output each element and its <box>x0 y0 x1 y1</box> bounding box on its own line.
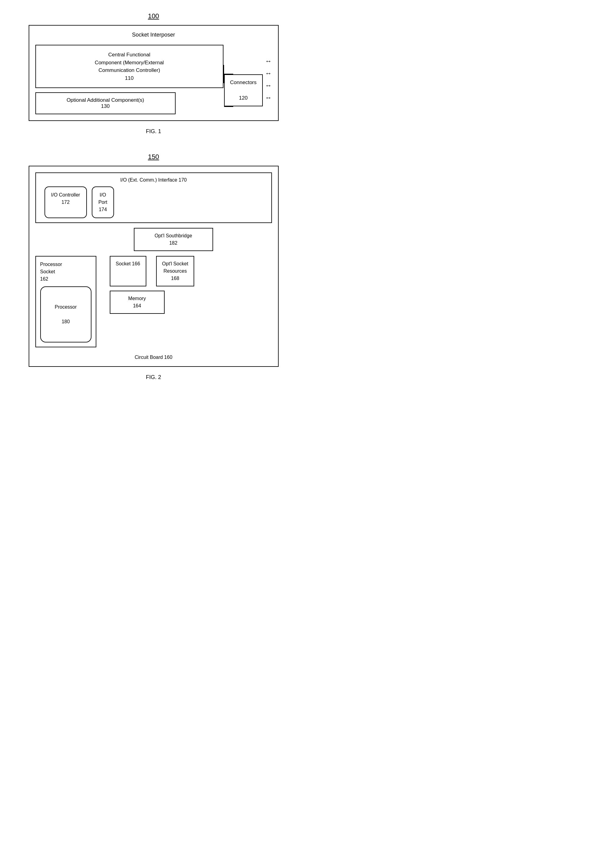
connectors-number: 120 <box>230 94 257 102</box>
processor-label: Processor <box>46 304 86 311</box>
page-container: 100 Socket Interposer Central Functional… <box>18 12 289 381</box>
opt-socket-resources-box: Opt'l SocketResources 168 <box>156 256 194 287</box>
io-inner: I/O Controller 172 I/O Port 174 <box>41 186 266 218</box>
io-port-box: I/O Port 174 <box>92 186 114 218</box>
memory-box: Memory 164 <box>110 291 165 314</box>
io-controller-box: I/O Controller 172 <box>45 186 87 218</box>
optional-additional-box: Optional Additional Component(s) 130 <box>35 92 176 114</box>
memory-number: 164 <box>133 303 141 308</box>
arrow-4: ↔ <box>265 94 272 102</box>
io-port-label-line2: Port <box>98 200 107 205</box>
socket-interposer-label: Socket Interposer <box>35 32 272 38</box>
io-controller-label: I/O Controller <box>51 192 80 197</box>
southbridge-box: Opt'l Southbridge 182 <box>134 228 213 251</box>
central-line2: Component (Memory/External <box>95 60 164 65</box>
socket166-row: Socket 166 Opt'l SocketResources 168 <box>110 256 272 287</box>
socket166-label: Socket 166 <box>116 261 140 266</box>
io-interface-label: I/O (Ext. Comm.) Interface 170 <box>41 177 266 183</box>
processor-socket-label: ProcessorSocket162 <box>40 261 92 283</box>
fig2-diagram: I/O (Ext. Comm.) Interface 170 I/O Contr… <box>29 166 279 367</box>
fig2-section: 150 I/O (Ext. Comm.) Interface 170 I/O C… <box>18 153 289 381</box>
io-port-label-line1: I/O <box>100 192 106 197</box>
connectors-box: Connectors 120 <box>224 74 263 106</box>
southbridge-number: 182 <box>169 240 177 246</box>
fig2-caption: FIG. 2 <box>146 374 161 381</box>
processor-socket-box: ProcessorSocket162 Processor 180 <box>35 256 96 347</box>
right-column: Socket 166 Opt'l SocketResources 168 Mem… <box>103 256 272 314</box>
bottom-section: ProcessorSocket162 Processor 180 Socket … <box>35 256 272 347</box>
connectors-label: Connectors <box>230 79 257 87</box>
h-line-bottom <box>224 106 233 107</box>
io-interface-box: I/O (Ext. Comm.) Interface 170 I/O Contr… <box>35 172 272 223</box>
io-port-number: 174 <box>99 207 107 212</box>
fig1-caption: FIG. 1 <box>146 128 161 135</box>
optional-number: 130 <box>101 103 109 109</box>
circuit-board-label: Circuit Board 160 <box>35 355 272 360</box>
southbridge-label: Opt'l Southbridge <box>155 233 192 238</box>
arrow-1: ↔ <box>265 57 272 65</box>
central-line3: Communication Controller) <box>98 67 160 73</box>
io-controller-number: 172 <box>62 200 70 205</box>
processor-number: 180 <box>46 318 86 326</box>
arrows-group: ↔ ↔ ↔ ↔ <box>265 45 272 114</box>
fig2-title: 150 <box>148 153 159 161</box>
opt-socket-resources-label: Opt'l SocketResources <box>162 261 188 274</box>
central-functional-box: Central Functional Component (Memory/Ext… <box>35 45 224 88</box>
fig1-title: 100 <box>148 12 159 20</box>
processor-inner-box: Processor 180 <box>40 287 92 343</box>
southbridge-row: Opt'l Southbridge 182 <box>75 228 272 251</box>
opt-socket-resources-number: 168 <box>171 276 179 281</box>
optional-label: Optional Additional Component(s) <box>67 97 144 103</box>
central-line1: Central Functional <box>108 52 150 57</box>
fig1-section: 100 Socket Interposer Central Functional… <box>18 12 289 135</box>
memory-label: Memory <box>128 296 146 301</box>
central-number: 110 <box>125 75 134 81</box>
fig1-diagram: Socket Interposer Central Functional Com… <box>29 25 279 121</box>
arrow-2: ↔ <box>265 70 272 78</box>
arrow-3: ↔ <box>265 82 272 90</box>
socket166-box: Socket 166 <box>110 256 146 287</box>
